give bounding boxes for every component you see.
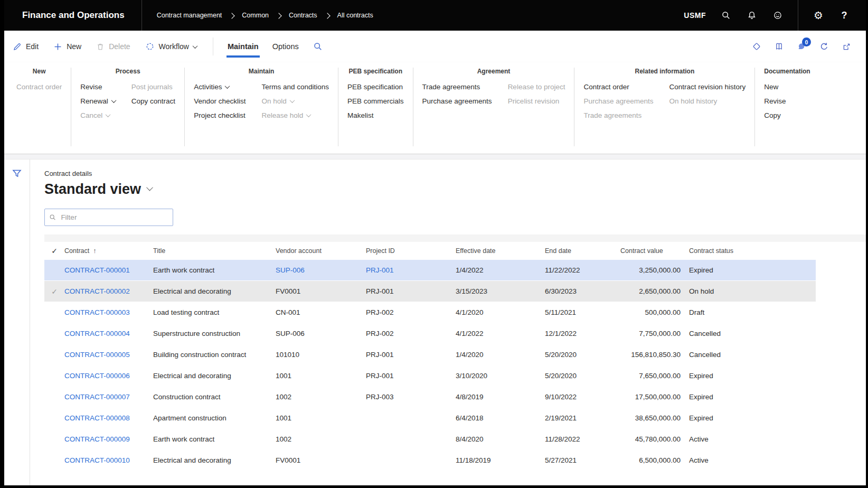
row-select-cell[interactable] (44, 287, 64, 296)
topbar-right-cluster: USMF ⚙ ? (684, 0, 866, 31)
contract-value: 156,810,850.30 (620, 351, 689, 359)
contract-id-link[interactable]: CONTRACT-000004 (64, 330, 153, 337)
contract-id-link[interactable]: CONTRACT-000010 (64, 456, 153, 464)
column-header-title[interactable]: Title (153, 247, 276, 255)
terms-and-conditions-button[interactable]: Terms and conditions (261, 83, 329, 91)
contract-id-link[interactable]: CONTRACT-000007 (64, 393, 153, 401)
help-icon[interactable]: ? (838, 10, 850, 21)
project-id: PRJ-001 (366, 372, 456, 380)
vendor-account: 101010 (276, 351, 366, 359)
table-row[interactable]: CONTRACT-000009Earth work contract10028/… (44, 429, 816, 450)
workflow-sync-icon (145, 42, 155, 51)
makelist-button[interactable]: Makelist (347, 111, 404, 119)
feedback-smiley-icon[interactable] (772, 10, 784, 21)
settings-gear-icon[interactable]: ⚙ (813, 10, 824, 21)
peb-commercials-button[interactable]: PEB commercials (347, 97, 404, 105)
grid-rows: CONTRACT-000001Earth work contractSUP-00… (44, 260, 866, 471)
tab-maintain[interactable]: Maintain (221, 31, 266, 62)
notifications-bell-icon[interactable] (746, 10, 758, 21)
vendor-account[interactable]: SUP-006 (276, 266, 366, 274)
purchase-agreements-button[interactable]: Purchase agreements (422, 97, 492, 105)
contract-status: Expired (689, 266, 816, 274)
ribbon-item-label: Trade agreements (583, 111, 641, 119)
table-row[interactable]: CONTRACT-000006Electrical and decorating… (44, 365, 816, 387)
column-header-end-date[interactable]: End date (545, 247, 620, 255)
table-row[interactable]: CONTRACT-000002Electrical and decorating… (44, 281, 816, 302)
project-id: PRJ-002 (366, 308, 456, 316)
company-selector[interactable]: USMF (684, 11, 706, 20)
vendor-account: CN-001 (276, 308, 366, 316)
split-book-icon[interactable] (775, 42, 784, 51)
contract-title: Load testing contract (153, 308, 276, 316)
breadcrumb-page[interactable]: All contracts (337, 12, 373, 19)
new-button[interactable]: New (53, 42, 81, 51)
effective-date: 1/4/2022 (456, 266, 545, 274)
contract-order-button[interactable]: Contract order (583, 83, 653, 91)
copy-contract-button[interactable]: Copy contract (131, 97, 175, 105)
table-row[interactable]: CONTRACT-000007Construction contract1002… (44, 387, 816, 408)
message-bubble-icon[interactable]: 0 (797, 42, 806, 51)
new-button[interactable]: New (764, 83, 786, 91)
contract-id-link[interactable]: CONTRACT-000001 (64, 266, 153, 274)
contract-id-link[interactable]: CONTRACT-000003 (64, 308, 153, 316)
topbar-divider (798, 0, 798, 31)
table-row[interactable]: CONTRACT-000008Apartment construction100… (44, 408, 816, 429)
table-row[interactable]: CONTRACT-000003Load testing contractCN-0… (44, 302, 816, 323)
revise-button[interactable]: Revise (764, 97, 786, 105)
contract-revision-history-button[interactable]: Contract revision history (669, 83, 746, 91)
column-header-vendor-account[interactable]: Vendor account (276, 247, 366, 255)
breadcrumb-area[interactable]: Common (242, 12, 269, 19)
select-all-check-icon[interactable] (44, 247, 64, 255)
contract-id-link[interactable]: CONTRACT-000008 (64, 414, 153, 422)
contract-value: 45,780,000.00 (620, 435, 689, 443)
contract-status: Active (689, 456, 816, 464)
ribbon-item-label: Cancel (80, 111, 102, 119)
view-selector[interactable]: Standard view (44, 181, 866, 198)
contract-id-link[interactable]: CONTRACT-000009 (64, 435, 153, 443)
column-header-contract-status[interactable]: Contract status (689, 247, 816, 255)
tab-options[interactable]: Options (266, 31, 306, 62)
vendor-checklist-button[interactable]: Vendor checklist (194, 97, 246, 105)
search-icon[interactable] (720, 10, 732, 21)
contract-value: 3,250,000.00 (620, 266, 689, 274)
filter-funnel-icon[interactable] (12, 168, 22, 180)
edit-button[interactable]: Edit (13, 42, 39, 51)
copy-button[interactable]: Copy (764, 111, 786, 119)
release-hold-button: Release hold (261, 111, 329, 119)
ribbon-item-label: Project checklist (194, 111, 246, 119)
project-checklist-button[interactable]: Project checklist (194, 111, 246, 119)
workflow-button[interactable]: Workflow (145, 42, 197, 51)
column-header-project-id[interactable]: Project ID (366, 247, 456, 255)
renewal-button[interactable]: Renewal (80, 97, 116, 105)
table-row[interactable]: CONTRACT-000005Building construction con… (44, 344, 816, 365)
table-row[interactable]: CONTRACT-000010Electrical and decorating… (44, 450, 816, 471)
contract-id-link[interactable]: CONTRACT-000002 (64, 287, 153, 295)
project-id[interactable]: PRJ-001 (366, 266, 456, 274)
filter-pane-strip (4, 159, 30, 485)
actionbar-search-icon[interactable] (313, 42, 323, 51)
filter-input[interactable] (60, 213, 168, 222)
activities-button[interactable]: Activities (194, 83, 246, 91)
open-in-new-window-icon[interactable] (842, 42, 851, 51)
contract-id-link[interactable]: CONTRACT-000006 (64, 372, 153, 380)
ribbon-group-new: NewContract order (10, 65, 69, 154)
ribbon-item-label: On hold history (669, 97, 718, 105)
breadcrumb-module[interactable]: Contract management (157, 12, 222, 19)
trade-agreements-button[interactable]: Trade agreements (422, 83, 492, 91)
diamond-icon[interactable] (752, 42, 761, 51)
pricelist-revision-button: Pricelist revision (508, 97, 565, 105)
revise-button[interactable]: Revise (80, 83, 116, 91)
table-row[interactable]: CONTRACT-000001Earth work contractSUP-00… (44, 260, 816, 281)
column-header-contract[interactable]: Contract (64, 247, 153, 255)
contract-id-link[interactable]: CONTRACT-000005 (64, 351, 153, 359)
refresh-icon[interactable] (819, 42, 829, 51)
table-row[interactable]: CONTRACT-000004Superstructure constructi… (44, 323, 816, 344)
vendor-account: FV0001 (276, 287, 366, 295)
breadcrumb-section[interactable]: Contracts (289, 12, 317, 19)
release-to-project-button: Release to project (508, 83, 565, 91)
column-header-effective-date[interactable]: Effective date (456, 247, 545, 255)
end-date: 12/1/2022 (545, 330, 620, 337)
chevron-down-icon (106, 112, 111, 117)
peb-specification-button[interactable]: PEB specification (347, 83, 404, 91)
column-header-contract-value[interactable]: Contract value (620, 247, 689, 255)
